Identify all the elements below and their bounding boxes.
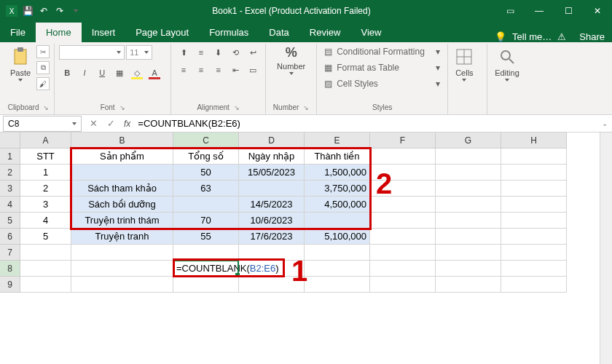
cell-H6[interactable] [501, 229, 567, 245]
cell-D2[interactable]: 15/05/2023 [239, 165, 305, 181]
conditional-formatting-button[interactable]: ▤Conditional Formatting▾ [321, 45, 443, 58]
row-header-6[interactable]: 6 [0, 229, 20, 245]
cell-A9[interactable] [20, 277, 71, 293]
close-button[interactable]: ✕ [583, 0, 612, 22]
cell-B2[interactable] [71, 165, 173, 181]
col-header-C[interactable]: C [173, 132, 239, 149]
row-header-4[interactable]: 4 [0, 197, 20, 213]
cell-H9[interactable] [501, 277, 567, 293]
cell-G7[interactable] [436, 245, 501, 261]
qat-dropdown-icon[interactable] [70, 5, 82, 17]
cell-G5[interactable] [436, 213, 501, 229]
cell-D3[interactable] [239, 181, 305, 197]
wrap-text-button[interactable]: ↩ [245, 45, 261, 60]
cell-H1[interactable] [501, 149, 567, 165]
cut-button[interactable]: ✂ [36, 45, 50, 58]
cell-C7[interactable] [173, 245, 239, 261]
copy-button[interactable]: ⧉ [36, 61, 50, 74]
formula-input[interactable]: =COUNTBLANK(B2:E6) [135, 118, 597, 129]
cell-H3[interactable] [501, 181, 567, 197]
cell-F6[interactable] [370, 229, 436, 245]
cell-D4[interactable]: 14/5/2023 [239, 197, 305, 213]
cell-A8[interactable] [20, 261, 71, 277]
cell-B6[interactable]: Truyện tranh [71, 229, 173, 245]
tellme-text[interactable]: Tell me… [512, 31, 552, 42]
maximize-button[interactable]: ☐ [554, 0, 583, 22]
select-all-corner[interactable] [0, 132, 20, 149]
orientation-button[interactable]: ⟲ [228, 45, 244, 60]
cell-C1[interactable]: Tổng số [173, 149, 239, 165]
format-painter-button[interactable]: 🖌 [36, 77, 50, 90]
align-right-button[interactable]: ≡ [211, 63, 227, 77]
worksheet-grid[interactable]: ABCDEFGH 1STTSản phẩmTổng sốNgày nhậpThà… [0, 132, 612, 293]
col-header-G[interactable]: G [436, 132, 501, 149]
cell-B9[interactable] [71, 277, 173, 293]
editing-button[interactable]: Editing [492, 45, 522, 83]
col-header-B[interactable]: B [71, 132, 173, 149]
cell-H5[interactable] [501, 213, 567, 229]
format-as-table-button[interactable]: ▦Format as Table▾ [321, 61, 443, 74]
cell-C3[interactable]: 63 [173, 181, 239, 197]
underline-button[interactable]: U [94, 66, 110, 80]
cell-A4[interactable]: 3 [20, 197, 71, 213]
cell-G4[interactable] [436, 197, 501, 213]
cell-D5[interactable]: 10/6/2023 [239, 213, 305, 229]
col-header-H[interactable]: H [501, 132, 567, 149]
cell-C4[interactable] [173, 197, 239, 213]
chevron-down-icon[interactable] [289, 72, 294, 75]
cell-C9[interactable] [173, 277, 239, 293]
cell-H7[interactable] [501, 245, 567, 261]
tellme-icon[interactable]: 💡 [495, 31, 506, 42]
minimize-button[interactable]: — [525, 0, 554, 22]
font-size-input[interactable]: 11 [126, 45, 152, 60]
cell-B3[interactable]: Sách tham khảo [71, 181, 173, 197]
cell-A2[interactable]: 1 [20, 165, 71, 181]
cell-B7[interactable] [71, 245, 173, 261]
cell-E4[interactable]: 4,500,000 [305, 197, 370, 213]
tab-page-layout[interactable]: Page Layout [125, 23, 199, 42]
cell-F9[interactable] [370, 277, 436, 293]
cancel-formula-button[interactable]: ✕ [85, 118, 102, 129]
row-header-2[interactable]: 2 [0, 165, 20, 181]
cell-E5[interactable] [305, 213, 370, 229]
cell-F5[interactable] [370, 213, 436, 229]
cell-G9[interactable] [436, 277, 501, 293]
cell-B1[interactable]: Sản phẩm [71, 149, 173, 165]
align-center-button[interactable]: ≡ [193, 63, 209, 77]
launcher-icon[interactable]: ↘ [43, 104, 49, 111]
name-box[interactable]: C8 [3, 116, 82, 132]
cell-G8[interactable] [436, 261, 501, 277]
col-header-D[interactable]: D [239, 132, 305, 149]
tab-file[interactable]: File [0, 23, 36, 42]
cell-B5[interactable]: Truyện trinh thám [71, 213, 173, 229]
cell-C8[interactable]: =COUNTBLANK(B2:E6) [173, 261, 239, 277]
cell-E2[interactable]: 1,500,000 [305, 165, 370, 181]
tab-formulas[interactable]: Formulas [199, 23, 259, 42]
launcher-icon[interactable]: ↘ [119, 104, 125, 111]
tab-view[interactable]: View [350, 23, 391, 42]
cell-A1[interactable]: STT [20, 149, 71, 165]
fill-color-button[interactable]: ◇ [129, 66, 145, 80]
tab-review[interactable]: Review [299, 23, 351, 42]
cell-G2[interactable] [436, 165, 501, 181]
cell-G1[interactable] [436, 149, 501, 165]
warning-icon[interactable]: ⚠ [557, 31, 566, 42]
row-header-7[interactable]: 7 [0, 245, 20, 261]
cell-styles-button[interactable]: ▨Cell Styles▾ [321, 77, 443, 90]
cell-E9[interactable] [305, 277, 370, 293]
align-middle-button[interactable]: ≡ [193, 45, 209, 60]
save-icon[interactable]: 💾 [22, 5, 34, 17]
cell-B4[interactable]: Sách bồi dưỡng [71, 197, 173, 213]
cell-A6[interactable]: 5 [20, 229, 71, 245]
align-left-button[interactable]: ≡ [176, 63, 192, 77]
align-bottom-button[interactable]: ⬇ [211, 45, 227, 60]
col-header-A[interactable]: A [20, 132, 71, 149]
row-header-3[interactable]: 3 [0, 181, 20, 197]
font-name-input[interactable] [59, 45, 125, 60]
tab-data[interactable]: Data [259, 23, 299, 42]
paste-button[interactable]: Paste [7, 45, 34, 83]
cell-A3[interactable]: 2 [20, 181, 71, 197]
cell-C2[interactable]: 50 [173, 165, 239, 181]
percent-icon[interactable]: % [286, 45, 297, 60]
cell-H2[interactable] [501, 165, 567, 181]
